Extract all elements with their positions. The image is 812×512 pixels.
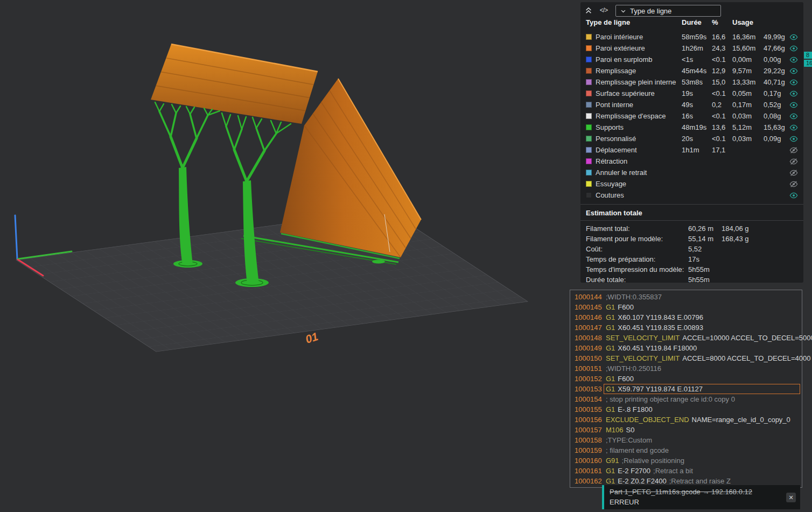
- line-type-duration: <1s: [682, 54, 693, 65]
- line-type-duration: 16s: [682, 110, 693, 122]
- visibility-eye-icon[interactable]: [789, 67, 798, 75]
- visibility-eye-icon[interactable]: [789, 33, 798, 41]
- line-type-label: Remplissage: [596, 65, 636, 76]
- gcode-comment: ;TYPE:Custom: [606, 436, 652, 444]
- line-type-percent: <0.1: [712, 88, 726, 99]
- line-type-row: Remplissage 45m44s 12,9 9,57m 29,22g: [580, 65, 803, 76]
- visibility-eye-icon[interactable]: [789, 78, 798, 87]
- gcode-params: S0: [626, 426, 635, 434]
- gcode-line[interactable]: 1000156EXCLUDE_OBJECT_ENDNAME=range_cle_…: [570, 415, 802, 425]
- line-type-row: Déplacement 1h1m 17,1: [580, 144, 803, 156]
- line-type-row: Coutures: [580, 190, 803, 201]
- line-type-label: Déplacement: [596, 144, 637, 156]
- gcode-line[interactable]: 1000145G1F600: [570, 302, 802, 312]
- gcode-line[interactable]: 1000154; stop printing object range cle …: [570, 394, 802, 404]
- line-type-label: Coutures: [596, 190, 624, 201]
- gcode-line-number: 1000154: [575, 394, 600, 404]
- line-type-label: Surface supérieure: [596, 88, 655, 99]
- gcode-line[interactable]: 1000148SET_VELOCITY_LIMITACCEL=10000 ACC…: [570, 333, 802, 343]
- visibility-eye-icon[interactable]: [789, 89, 798, 98]
- collapse-panel-icon[interactable]: [583, 5, 594, 16]
- visibility-eye-icon[interactable]: [789, 191, 798, 200]
- gcode-params: ACCEL=10000 ACCEL_TO_DECEL=5000: [682, 334, 812, 342]
- line-type-color-swatch: [586, 192, 592, 198]
- gcode-line[interactable]: 1000146G1X60.107 Y119.843 E.00796: [570, 312, 802, 322]
- line-type-grams: 40,71g: [764, 76, 785, 88]
- line-type-percent: 0,2: [712, 99, 722, 110]
- line-type-row: Essuyage: [580, 178, 803, 190]
- gcode-line-number: 1000161: [575, 466, 600, 476]
- gcode-line[interactable]: 1000157M106S0: [570, 425, 802, 435]
- gcode-command: EXCLUDE_OBJECT_END: [606, 416, 689, 424]
- line-type-percent: <0.1: [712, 54, 726, 65]
- line-type-label: Supports: [596, 122, 624, 133]
- line-type-duration: 1h1m: [682, 144, 699, 156]
- gcode-command: G1: [606, 385, 615, 393]
- line-type-grams: 0,00g: [764, 54, 781, 65]
- line-type-color-swatch: [586, 147, 592, 153]
- gcode-line[interactable]: 1000160G91;Relative positioning: [570, 455, 802, 466]
- gcode-line-number: 1000153: [575, 384, 600, 394]
- estimation-label: Temps de préparation:: [586, 254, 655, 264]
- gcode-line[interactable]: 1000153G1X59.797 Y119.874 E.01127: [570, 384, 802, 394]
- view-mode-dropdown[interactable]: Type de ligne: [615, 5, 721, 17]
- gcode-line[interactable]: 1000151;WIDTH:0.250116: [570, 363, 802, 374]
- dropdown-label: Type de ligne: [630, 7, 671, 15]
- line-type-label: Remplissage plein interne: [596, 76, 676, 88]
- line-type-percent: 16,6: [712, 31, 725, 43]
- line-type-meters: 0,05m: [732, 88, 752, 99]
- gcode-command: G1: [606, 467, 615, 475]
- header-type: Type de ligne: [586, 18, 630, 26]
- visibility-eye-icon[interactable]: [789, 123, 798, 132]
- estimation-value-1: 5,52: [688, 244, 702, 254]
- estimation-row: Filament pour le modèle: 55,14 m 168,43 …: [580, 234, 803, 244]
- gcode-line[interactable]: 1000144;WIDTH:0.355837: [570, 292, 802, 302]
- gcode-line-number: 1000152: [575, 374, 600, 384]
- visibility-eye-icon[interactable]: [789, 169, 798, 177]
- gcode-viewer-panel: 1000144;WIDTH:0.355837 1000145G1F600 100…: [570, 290, 802, 488]
- estimation-row: Filament total: 60,26 m 184,06 g: [580, 223, 803, 234]
- gcode-line[interactable]: 1000147G1X60.451 Y119.835 E.00893: [570, 322, 802, 333]
- divider: [580, 220, 803, 221]
- gcode-line[interactable]: 1000161G1E-2 F2700;Retract a bit: [570, 466, 802, 476]
- line-type-duration: 1h26m: [682, 43, 703, 54]
- visibility-eye-icon[interactable]: [789, 44, 798, 53]
- gcode-line[interactable]: 1000149G1X60.451 Y119.84 F18000: [570, 343, 802, 353]
- line-type-label: Remplissage d'espace: [596, 110, 666, 122]
- line-type-header: Type de ligne Durée % Usage: [580, 18, 803, 31]
- line-type-color-swatch: [586, 113, 592, 119]
- line-type-meters: 15,60m: [732, 43, 755, 54]
- gcode-line[interactable]: 1000155G1E-.8 F1800: [570, 404, 802, 415]
- gcode-line[interactable]: 1000159; filament end gcode: [570, 445, 802, 455]
- estimation-row: Temps d'impression du modèle: 5h55m: [580, 264, 803, 275]
- line-type-color-swatch: [586, 170, 592, 176]
- line-type-color-swatch: [586, 102, 592, 108]
- close-icon[interactable]: ✕: [786, 493, 796, 502]
- gcode-line[interactable]: 1000158;TYPE:Custom: [570, 435, 802, 445]
- line-type-grams: 0,08g: [764, 110, 781, 122]
- line-type-meters: 0,03m: [732, 110, 752, 122]
- visibility-eye-icon[interactable]: [789, 146, 798, 155]
- visibility-eye-icon[interactable]: [789, 55, 798, 64]
- chevron-down-icon: [620, 8, 626, 14]
- line-type-meters: 0,03m: [732, 133, 752, 144]
- gcode-line-number: 1000146: [575, 312, 600, 322]
- estimation-label: Filament pour le modèle:: [586, 234, 663, 244]
- gcode-window-icon[interactable]: </>: [598, 5, 610, 16]
- estimation-row: Coût: 5,52: [580, 244, 803, 254]
- visibility-eye-icon[interactable]: [789, 157, 798, 166]
- visibility-eye-icon[interactable]: [789, 112, 798, 121]
- gcode-params: X60.451 Y119.835 E.00893: [618, 324, 703, 332]
- axis-z: [15, 215, 17, 259]
- line-type-meters: 5,12m: [732, 122, 752, 133]
- line-type-percent: 13,6: [712, 122, 725, 133]
- line-type-grams: 0,17g: [764, 88, 781, 99]
- gcode-line[interactable]: 1000152G1F600: [570, 374, 802, 384]
- line-type-duration: 48m19s: [682, 122, 706, 133]
- visibility-eye-icon[interactable]: [789, 180, 798, 188]
- build-plate: [16, 210, 528, 352]
- visibility-eye-icon[interactable]: [789, 135, 798, 143]
- gcode-line[interactable]: 1000150SET_VELOCITY_LIMITACCEL=8000 ACCE…: [570, 353, 802, 363]
- gcode-line-number: 1000150: [575, 353, 600, 363]
- visibility-eye-icon[interactable]: [789, 101, 798, 109]
